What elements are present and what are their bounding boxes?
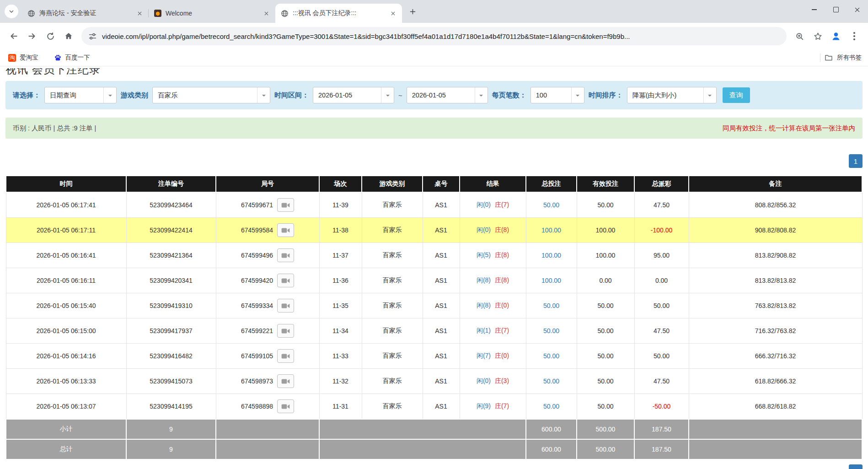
table-header-row: 时间 注单编号 局号 场次 游戏类别 桌号 结果 总投注 有效投注 总派彩 备注 bbox=[6, 176, 862, 192]
col-header-session: 场次 bbox=[319, 176, 362, 192]
page-size-select[interactable]: 100 bbox=[530, 87, 584, 103]
profile-avatar[interactable] bbox=[827, 27, 845, 45]
total-bet-link[interactable]: 100.00 bbox=[526, 268, 577, 293]
table-row: 2026-01-05 06:13:33 523099415073 6745989… bbox=[6, 369, 862, 394]
total-bet-link[interactable]: 50.00 bbox=[526, 293, 577, 318]
close-button[interactable] bbox=[847, 0, 868, 19]
col-header-bet-id: 注单编号 bbox=[126, 176, 216, 192]
forward-arrow-icon bbox=[27, 32, 37, 41]
divider bbox=[820, 54, 820, 62]
baidu-paw-icon bbox=[54, 54, 62, 62]
minimize-icon bbox=[812, 9, 817, 10]
video-replay-button[interactable] bbox=[277, 274, 294, 287]
tab-welcome[interactable]: Welcome bbox=[149, 4, 275, 23]
tab-close-icon[interactable] bbox=[389, 9, 397, 18]
page-1-button[interactable]: 1 bbox=[849, 154, 863, 168]
tab-haiyan-forum[interactable]: 海燕论坛 - 安全验证 bbox=[22, 4, 149, 23]
round-cell: 674599671 bbox=[216, 192, 319, 218]
bet-time: 2026-01-05 06:15:40 bbox=[6, 293, 126, 318]
note: 908.82/808.82 bbox=[689, 218, 862, 243]
search-button[interactable]: 查询 bbox=[723, 87, 750, 103]
zoom-button[interactable] bbox=[790, 27, 809, 45]
table-row: 2026-01-05 06:16:11 523099420341 6745994… bbox=[6, 268, 862, 293]
new-tab-button[interactable] bbox=[406, 5, 419, 18]
tab-bet-records[interactable]: :::视讯 会员下注纪录::: bbox=[275, 4, 402, 23]
result-banker: 庄(7) bbox=[495, 327, 509, 334]
col-header-valid-bet: 有效投注 bbox=[577, 176, 634, 192]
session: 11-35 bbox=[319, 293, 362, 318]
total-bet-link[interactable]: 50.00 bbox=[526, 318, 577, 344]
round-cell: 674598898 bbox=[216, 394, 319, 420]
total-bet-link[interactable]: 100.00 bbox=[526, 243, 577, 268]
result-player: 闲(1) bbox=[477, 327, 491, 334]
sort-label: 时间排序： bbox=[589, 91, 623, 100]
round-number: 674598973 bbox=[241, 377, 273, 385]
round-cell: 674599420 bbox=[216, 268, 319, 293]
summary-bar: 币别 : 人民币 | 总共 :9 注单 | 同局有效投注，统一计算在该局第一张注… bbox=[5, 118, 863, 139]
subtotal-payout: 187.50 bbox=[634, 419, 689, 439]
maximize-button[interactable] bbox=[825, 0, 847, 19]
grand-total-payout: 187.50 bbox=[634, 439, 689, 459]
result-player: 闲(9) bbox=[477, 402, 491, 410]
minimize-button[interactable] bbox=[804, 0, 825, 19]
tab-close-icon[interactable] bbox=[135, 9, 144, 18]
game-type-select[interactable]: 百家乐 bbox=[152, 87, 270, 103]
game-type: 百家乐 bbox=[362, 344, 423, 369]
sort-select[interactable]: 降冪(由大到小) bbox=[627, 87, 717, 103]
video-replay-button[interactable] bbox=[277, 299, 294, 313]
all-bookmarks-label: 所有书签 bbox=[837, 54, 862, 62]
session: 11-36 bbox=[319, 268, 362, 293]
video-replay-button[interactable] bbox=[277, 248, 294, 262]
total-bet-link[interactable]: 50.00 bbox=[526, 369, 577, 394]
total-bet-link[interactable]: 50.00 bbox=[526, 192, 577, 218]
bookmark-star-button[interactable] bbox=[809, 27, 827, 45]
video-replay-button[interactable] bbox=[277, 223, 294, 237]
reload-button[interactable] bbox=[41, 27, 59, 45]
mode-select[interactable]: 日期查询 bbox=[44, 87, 117, 103]
date-to-select[interactable]: 2026-01-05 bbox=[407, 87, 488, 103]
round-number: 674598898 bbox=[241, 403, 273, 410]
video-icon bbox=[281, 253, 290, 259]
video-replay-button[interactable] bbox=[277, 399, 294, 413]
bet-time: 2026-01-05 06:13:33 bbox=[6, 369, 126, 394]
total-bet-link[interactable]: 50.00 bbox=[526, 394, 577, 420]
result-cell: 闲(0) 庄(8) bbox=[460, 218, 526, 243]
bookmark-baidu[interactable]: 百度一下 bbox=[52, 51, 92, 64]
tab-search-button[interactable] bbox=[5, 5, 18, 18]
video-replay-button[interactable] bbox=[277, 374, 294, 388]
date-from-value: 2026-01-05 bbox=[318, 92, 352, 99]
back-arrow-icon bbox=[9, 32, 18, 41]
total-bet-link[interactable]: 100.00 bbox=[526, 218, 577, 243]
address-bar[interactable]: videoie.com/ipl/portal.php/game/betrecor… bbox=[81, 27, 787, 45]
page-1-button[interactable]: 1 bbox=[849, 464, 863, 469]
session: 11-38 bbox=[319, 218, 362, 243]
total-bet-link[interactable]: 50.00 bbox=[526, 344, 577, 369]
col-header-result: 结果 bbox=[460, 176, 526, 192]
tab-close-icon[interactable] bbox=[262, 9, 271, 18]
back-button[interactable] bbox=[5, 27, 23, 45]
forward-button[interactable] bbox=[23, 27, 41, 45]
date-from-select[interactable]: 2026-01-05 bbox=[313, 87, 394, 103]
bet-id: 523099420341 bbox=[126, 268, 216, 293]
result-banker: 庄(8) bbox=[495, 251, 509, 259]
result-banker: 庄(8) bbox=[495, 226, 509, 233]
site-settings-icon[interactable] bbox=[89, 32, 96, 40]
valid-bet: 50.00 bbox=[577, 293, 634, 318]
browser-toolbar: videoie.com/ipl/portal.php/game/betrecor… bbox=[0, 23, 868, 49]
video-replay-button[interactable] bbox=[277, 324, 294, 338]
video-replay-button[interactable] bbox=[277, 349, 294, 363]
browser-menu-button[interactable] bbox=[845, 27, 863, 45]
home-button[interactable] bbox=[59, 27, 78, 45]
video-icon bbox=[281, 378, 290, 384]
session: 11-37 bbox=[319, 243, 362, 268]
bet-id: 523099423464 bbox=[126, 192, 216, 218]
col-header-note: 备注 bbox=[689, 176, 862, 192]
bookmark-taobao[interactable]: 淘 爱淘宝 bbox=[6, 51, 40, 64]
payout: 47.50 bbox=[634, 192, 689, 218]
bet-records-table: 时间 注单编号 局号 场次 游戏类别 桌号 结果 总投注 有效投注 总派彩 备注… bbox=[5, 175, 863, 460]
all-bookmarks[interactable]: 所有书签 bbox=[820, 54, 862, 62]
grand-total-label: 总计 bbox=[6, 439, 126, 459]
col-header-game-type: 游戏类别 bbox=[362, 176, 423, 192]
valid-bet: 100.00 bbox=[577, 218, 634, 243]
video-replay-button[interactable] bbox=[277, 198, 294, 212]
